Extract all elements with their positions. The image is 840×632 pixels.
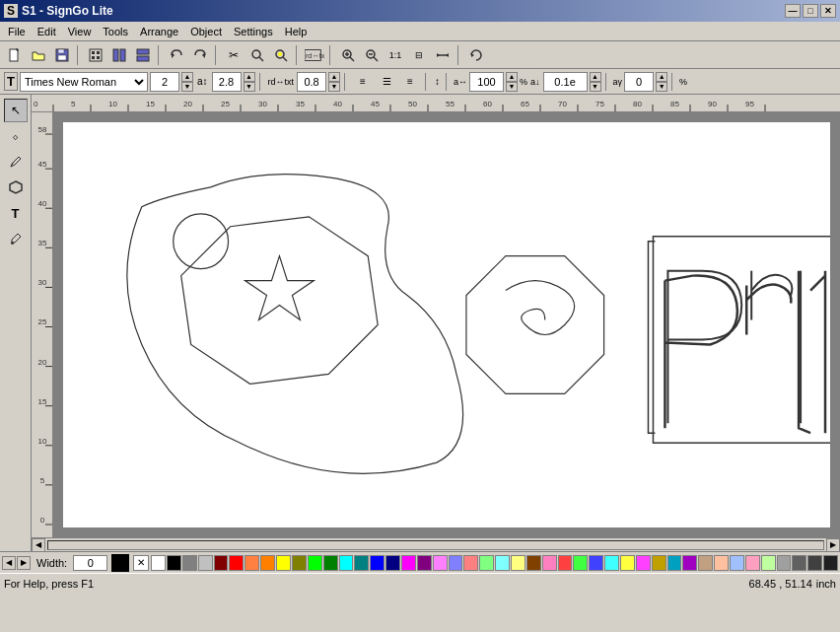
angle-input[interactable] [624, 72, 654, 92]
color-swatch-4[interactable] [214, 555, 229, 571]
color-swatch-14[interactable] [370, 555, 385, 571]
color-swatch-20[interactable] [463, 555, 478, 571]
font-size-up[interactable]: ▲ [181, 72, 193, 82]
canvas-area[interactable] [53, 112, 840, 537]
color-swatch-33[interactable] [667, 555, 682, 571]
color-search-button[interactable] [270, 44, 292, 66]
color-swatch-21[interactable] [479, 555, 494, 571]
search-button[interactable] [246, 44, 268, 66]
color-swatch-25[interactable] [542, 555, 557, 571]
color-swatch-34[interactable] [682, 555, 697, 571]
color-swatch-31[interactable] [636, 555, 651, 571]
horizontal-scrollbar[interactable]: ◀ ▶ [32, 537, 840, 551]
menu-arrange[interactable]: Arrange [134, 24, 184, 39]
char-height-up[interactable]: ▲ [244, 72, 255, 82]
width-input[interactable] [73, 555, 107, 571]
zoom-in-button[interactable] [337, 44, 359, 66]
maximize-button[interactable]: □ [803, 4, 818, 18]
menu-object[interactable]: Object [184, 24, 228, 39]
color-swatch-16[interactable] [401, 555, 416, 571]
font-size-spinner[interactable]: ▲ ▼ [181, 72, 193, 92]
color-swatch-42[interactable] [807, 555, 822, 571]
color-swatch-2[interactable] [182, 555, 197, 571]
color-swatch-13[interactable] [354, 555, 369, 571]
color-scroll-left[interactable]: ◀ [2, 556, 16, 570]
menu-file[interactable]: File [2, 24, 32, 39]
color-swatch-17[interactable] [417, 555, 432, 571]
spacing-up[interactable]: ▲ [506, 72, 518, 82]
scroll-right-button[interactable]: ▶ [826, 538, 840, 552]
rd-txt-down[interactable]: ▼ [328, 82, 340, 92]
angle-down[interactable]: ▼ [656, 82, 667, 92]
layout1-button[interactable] [85, 44, 106, 66]
menu-tools[interactable]: Tools [97, 24, 134, 39]
scroll-left-button[interactable]: ◀ [32, 538, 45, 552]
active-color-swatch[interactable] [111, 554, 129, 572]
color-scroll-right[interactable]: ▶ [17, 556, 31, 570]
offset-spinner[interactable]: ▲ ▼ [590, 72, 601, 92]
color-swatch-6[interactable] [245, 555, 259, 571]
char-height-down[interactable]: ▼ [244, 82, 255, 92]
titlebar-controls[interactable]: — □ ✕ [785, 4, 836, 18]
spacing-input[interactable] [469, 72, 504, 92]
menu-settings[interactable]: Settings [228, 24, 279, 39]
color-swatch-39[interactable] [761, 555, 776, 571]
color-swatch-5[interactable] [229, 555, 244, 571]
color-swatch-1[interactable] [167, 555, 181, 571]
no-color-button[interactable]: ✕ [133, 555, 149, 571]
color-swatch-35[interactable] [698, 555, 713, 571]
rd-txt-up[interactable]: ▲ [328, 72, 340, 82]
spacing-down[interactable]: ▼ [506, 82, 518, 92]
angle-up[interactable]: ▲ [656, 72, 667, 82]
color-swatch-29[interactable] [604, 555, 619, 571]
color-swatch-41[interactable] [792, 555, 806, 571]
open-button[interactable] [28, 44, 49, 66]
color-swatch-43[interactable] [823, 555, 838, 571]
menu-help[interactable]: Help [279, 24, 314, 39]
color-swatch-32[interactable] [652, 555, 666, 571]
color-swatch-15[interactable] [385, 555, 400, 571]
save-button[interactable] [51, 44, 73, 66]
undo-button[interactable] [166, 44, 187, 66]
new-button[interactable] [4, 44, 26, 66]
text-tool[interactable]: T [4, 201, 28, 225]
color-swatch-9[interactable] [292, 555, 307, 571]
layout3-button[interactable] [132, 44, 154, 66]
align-left-button[interactable]: ≡ [352, 71, 374, 93]
align-center-button[interactable]: ☰ [376, 71, 397, 93]
zoom-out-button[interactable] [361, 44, 383, 66]
rd-txt-spinner[interactable]: ▲ ▼ [328, 72, 340, 92]
color-swatch-10[interactable] [308, 555, 322, 571]
align-right-button[interactable]: ≡ [399, 71, 421, 93]
color-swatch-40[interactable] [777, 555, 792, 571]
close-button[interactable]: ✕ [820, 4, 836, 18]
color-swatch-11[interactable] [323, 555, 338, 571]
color-swatch-7[interactable] [260, 555, 275, 571]
menu-view[interactable]: View [62, 24, 98, 39]
offset-input[interactable] [543, 72, 588, 92]
node-tool[interactable]: ⬦ [4, 124, 28, 148]
scroll-track[interactable] [47, 540, 824, 550]
zoom-fit-button[interactable]: ⊟ [408, 44, 430, 66]
redo-button[interactable] [189, 44, 211, 66]
pointer-tool[interactable]: ↖ [4, 99, 28, 122]
minimize-button[interactable]: — [785, 4, 801, 18]
color-swatch-0[interactable] [151, 555, 166, 571]
zoom-width-button[interactable] [432, 44, 454, 66]
color-swatch-22[interactable] [495, 555, 510, 571]
eyedropper-tool[interactable] [4, 227, 28, 250]
font-size-down[interactable]: ▼ [181, 82, 193, 92]
color-swatch-30[interactable] [620, 555, 635, 571]
font-selector[interactable]: Times New Roman [20, 72, 148, 92]
color-swatch-26[interactable] [558, 555, 573, 571]
rd-txt-input[interactable] [297, 72, 326, 92]
color-swatch-12[interactable] [339, 555, 354, 571]
color-swatch-27[interactable] [573, 555, 588, 571]
color-swatch-19[interactable] [449, 555, 463, 571]
cut-path-button[interactable]: rd↔txt [304, 44, 325, 66]
color-swatch-3[interactable] [198, 555, 213, 571]
color-swatch-36[interactable] [714, 555, 729, 571]
refresh-button[interactable] [465, 44, 487, 66]
angle-spinner[interactable]: ▲ ▼ [656, 72, 667, 92]
color-swatch-28[interactable] [589, 555, 603, 571]
